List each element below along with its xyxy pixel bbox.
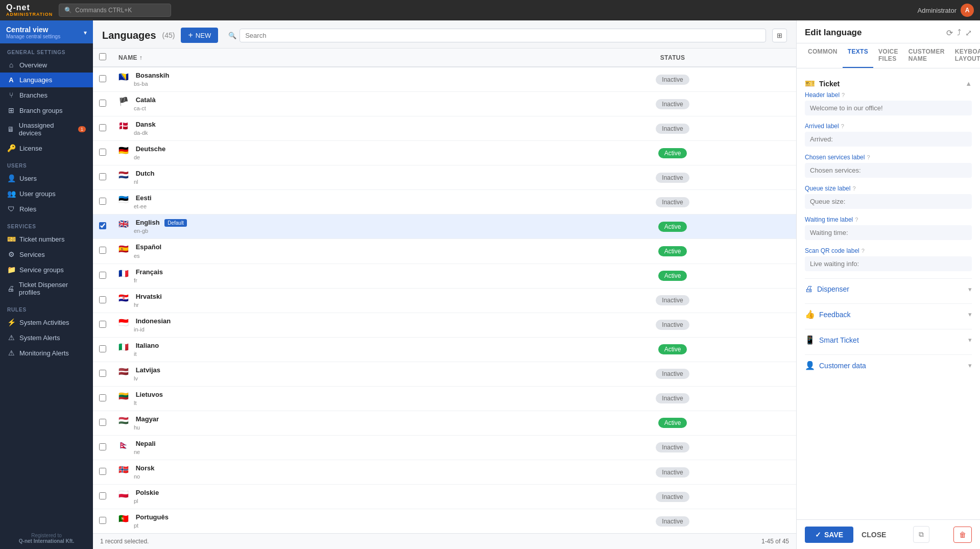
- close-button[interactable]: CLOSE: [858, 527, 889, 543]
- table-row[interactable]: 🇭🇺 Magyar hu Active: [93, 411, 796, 435]
- table-row[interactable]: 🇧🇦 Bosanskih bs-ba Inactive: [93, 67, 796, 92]
- table-row[interactable]: 🇳🇵 Nepali ne Inactive: [93, 435, 796, 460]
- field-input-waiting_time_label[interactable]: [805, 225, 972, 240]
- field-input-chosen_services_label[interactable]: [805, 163, 972, 178]
- table-row[interactable]: 🇩🇰 Dansk da-dk Inactive: [93, 116, 796, 141]
- expand-icon[interactable]: ⤢: [965, 28, 972, 38]
- table-row[interactable]: 🏴 Català ca-ct Inactive: [93, 92, 796, 116]
- sidebar-item-branches[interactable]: ⑂ Branches: [0, 87, 93, 103]
- sidebar-item-services[interactable]: ⚙ Services: [0, 247, 93, 262]
- status-badge: Inactive: [656, 320, 689, 330]
- collapsible-header[interactable]: 📱 Smart Ticket ▾: [805, 329, 972, 350]
- sidebar-item-label: System Activities: [19, 319, 69, 326]
- duplicate-button[interactable]: ⧉: [913, 526, 929, 543]
- sidebar-central-view[interactable]: Central view Manage central settings ▾: [0, 20, 93, 43]
- table-row[interactable]: 🇱🇹 Lietuvos lt Inactive: [93, 386, 796, 411]
- language-name: Latvijas: [136, 366, 160, 374]
- sidebar-item-unassigned-devices[interactable]: 🖥 Unassigned devices 1: [0, 118, 93, 140]
- select-all-checkbox[interactable]: [99, 53, 106, 60]
- row-checkbox[interactable]: [99, 247, 106, 254]
- ticket-section-header[interactable]: 🎫 Ticket ▲: [805, 76, 972, 91]
- flag-icon: 🇪🇪: [118, 195, 130, 202]
- table-row[interactable]: 🇭🇷 Hrvatski hr Inactive: [93, 288, 796, 313]
- sidebar-item-roles[interactable]: 🛡 Roles: [0, 201, 93, 217]
- new-label: NEW: [196, 32, 211, 39]
- collapsible-header[interactable]: 👍 Feedback ▾: [805, 304, 972, 325]
- table-row[interactable]: 🇳🇱 Dutch nl Inactive: [93, 165, 796, 190]
- table-row[interactable]: 🇳🇴 Norsk no Inactive: [93, 460, 796, 485]
- row-checkbox[interactable]: [99, 296, 106, 303]
- sidebar-item-service-groups[interactable]: 📁 Service groups: [0, 262, 93, 277]
- field-input-queue_size_label[interactable]: [805, 194, 972, 209]
- field-input-header_label[interactable]: [805, 101, 972, 115]
- sidebar-item-users[interactable]: 👤 Users: [0, 171, 93, 186]
- table-row[interactable]: 🇬🇧 English Default en-gb Active: [93, 214, 796, 239]
- table-row[interactable]: 🇵🇱 Polskie pl Inactive: [93, 485, 796, 509]
- row-checkbox[interactable]: [99, 345, 106, 352]
- table-row[interactable]: 🇱🇻 Latvijas lv Inactive: [93, 362, 796, 386]
- row-checkbox[interactable]: [99, 370, 106, 377]
- table-row[interactable]: 🇪🇪 Eesti et-ee Inactive: [93, 190, 796, 214]
- row-checkbox[interactable]: [99, 100, 106, 107]
- column-settings-button[interactable]: ⊞: [772, 29, 787, 42]
- table-row[interactable]: 🇮🇹 Italiano it Active: [93, 337, 796, 362]
- row-checkbox[interactable]: [99, 124, 106, 131]
- edit-tab-customer-name[interactable]: CUSTOMER NAME: [903, 43, 950, 68]
- row-checkbox[interactable]: [99, 75, 106, 82]
- monitoring-alerts-icon: ⚠: [7, 349, 15, 357]
- sidebar-item-ticket-dispenser[interactable]: 🖨 Ticket Dispenser profiles: [0, 277, 93, 300]
- flag-icon: 🇪🇸: [118, 244, 130, 252]
- history-icon[interactable]: ⟳: [946, 28, 953, 38]
- new-button[interactable]: + NEW: [181, 28, 218, 43]
- row-checkbox[interactable]: [99, 419, 106, 426]
- sidebar-item-branch-groups[interactable]: ⊞ Branch groups: [0, 103, 93, 118]
- status-badge: Inactive: [656, 295, 689, 305]
- row-checkbox[interactable]: [99, 517, 106, 524]
- sidebar-item-monitoring-alerts[interactable]: ⚠ Monitoring Alerts: [0, 345, 93, 361]
- edit-tab-common[interactable]: COMMON: [803, 43, 843, 68]
- sidebar-item-ticket-numbers[interactable]: 🎫 Ticket numbers: [0, 231, 93, 247]
- table-row[interactable]: 🇫🇷 Français fr Active: [93, 264, 796, 288]
- row-checkbox[interactable]: [99, 394, 106, 401]
- collapsible-header[interactable]: 👤 Customer data ▾: [805, 355, 972, 376]
- sidebar-item-overview[interactable]: ⌂ Overview: [0, 57, 93, 73]
- sidebar-item-system-alerts[interactable]: ⚠ System Alerts: [0, 330, 93, 345]
- table-row[interactable]: 🇪🇸 Español es Active: [93, 239, 796, 264]
- collapsible-header[interactable]: 🖨 Dispenser ▾: [805, 279, 972, 299]
- delete-button[interactable]: 🗑: [953, 527, 972, 543]
- sidebar-services: SERVICES 🎫 Ticket numbers ⚙ Services 📁 S…: [0, 218, 93, 301]
- share-icon[interactable]: ⤴: [957, 28, 961, 38]
- table-row[interactable]: 🇵🇹 Português pt Inactive: [93, 509, 796, 533]
- row-checkbox[interactable]: [99, 468, 106, 475]
- edit-tab-voice-files[interactable]: VOICE FILES: [873, 43, 903, 68]
- command-search[interactable]: 🔍 Commands CTRL+K: [59, 4, 171, 17]
- flag-icon: 🇳🇴: [118, 465, 130, 472]
- language-code: lt: [134, 400, 137, 406]
- sidebar-item-label: Unassigned devices: [19, 122, 74, 137]
- row-checkbox[interactable]: [99, 149, 106, 156]
- row-checkbox[interactable]: [99, 222, 106, 229]
- sidebar-item-system-activities[interactable]: ⚡ System Activities: [0, 315, 93, 330]
- sidebar-item-languages[interactable]: A Languages: [0, 73, 93, 87]
- collapsible-section-smart-ticket: 📱 Smart Ticket ▾: [805, 329, 972, 350]
- language-search-input[interactable]: [240, 29, 766, 42]
- flag-icon: 🇫🇷: [118, 269, 130, 276]
- row-checkbox[interactable]: [99, 443, 106, 450]
- sidebar: Central view Manage central settings ▾ G…: [0, 20, 93, 549]
- row-checkbox[interactable]: [99, 492, 106, 499]
- table-row[interactable]: 🇩🇪 Deutsche de Active: [93, 141, 796, 165]
- name-column-header[interactable]: NAME ↑: [112, 49, 549, 67]
- row-checkbox[interactable]: [99, 198, 106, 205]
- edit-tab-texts[interactable]: TEXTS: [843, 43, 873, 68]
- sidebar-item-user-groups[interactable]: 👥 User groups: [0, 186, 93, 201]
- row-checkbox[interactable]: [99, 321, 106, 328]
- table-row[interactable]: 🇮🇩 Indonesian in-id Inactive: [93, 313, 796, 337]
- row-checkbox[interactable]: [99, 272, 106, 279]
- field-input-scan_qr_label[interactable]: [805, 256, 972, 271]
- edit-tab-keyboard-layouts[interactable]: KEYBOARD LAYOUTS: [950, 43, 980, 68]
- save-button[interactable]: ✓ SAVE: [805, 527, 853, 543]
- sidebar-item-license[interactable]: 🔑 License: [0, 140, 93, 156]
- ticket-icon: 🎫: [805, 79, 815, 88]
- row-checkbox[interactable]: [99, 173, 106, 180]
- field-input-arrived_label[interactable]: [805, 132, 972, 147]
